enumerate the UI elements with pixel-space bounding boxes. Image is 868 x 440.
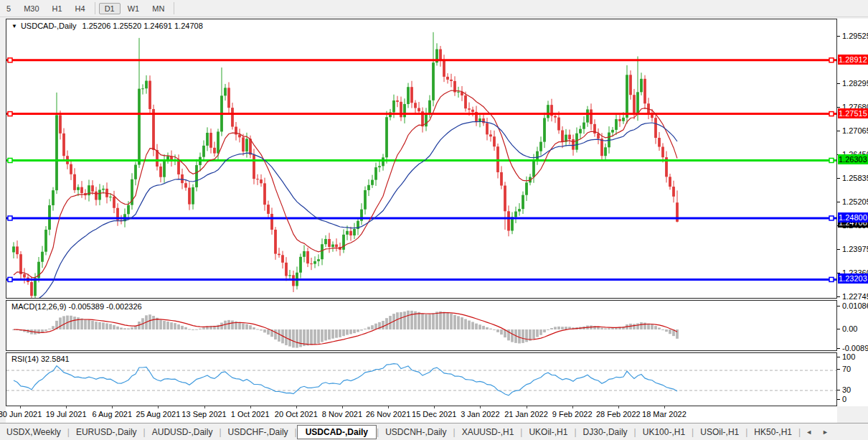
chart-tab-ukoil-h1[interactable]: UKOil-,H1: [522, 425, 574, 439]
rsi-tick-label: 100: [842, 352, 855, 361]
date-tick-mark: [572, 406, 573, 408]
macd-tick-label: 0.010869: [842, 301, 868, 310]
chart-tab-usdchf-daily[interactable]: USDCHF-,Daily: [222, 425, 295, 439]
main-price-chart-panel[interactable]: ▼USDCAD-,Daily1.25206 1.25520 1.24691 1.…: [6, 19, 837, 299]
chart-symbol-label: USDCAD-,Daily: [21, 22, 77, 30]
rsi-value: 32.5841: [41, 355, 70, 363]
level-price-badge: 1.26303: [838, 154, 868, 164]
price-tick-mark: [837, 296, 840, 297]
date-tick-label: 26 Nov 2021: [366, 410, 410, 418]
date-tick-mark: [434, 406, 435, 408]
date-tick-mark: [204, 406, 205, 408]
price-tick-label: 1.25835: [842, 174, 868, 182]
macd-label: MACD(12,26,9) -0.005389 -0.002326: [11, 302, 142, 311]
date-tick-label: 20 Oct 2021: [275, 410, 318, 418]
price-tick-mark: [837, 178, 840, 179]
rsi-chart[interactable]: [6, 353, 836, 406]
macd-indicator-panel[interactable]: MACD(12,26,9) -0.005389 -0.002326: [6, 300, 837, 351]
level-price-badge: 1.24800: [838, 212, 868, 223]
chart-tab-hk50-h1[interactable]: HK50-,H1: [747, 425, 798, 439]
chart-tab-xauusd-h1[interactable]: XAUUSD-,H1: [456, 425, 521, 439]
chart-tab-audusd-daily[interactable]: AUDUSD-,Daily: [146, 425, 220, 439]
date-tick-mark: [342, 406, 343, 408]
date-tick-mark: [480, 406, 481, 408]
date-tick-mark: [66, 406, 67, 408]
timeframe-button-mn[interactable]: MN: [146, 3, 170, 14]
date-tick-mark: [20, 406, 21, 408]
chart-tab-eurusd-daily[interactable]: EURUSD-,Daily: [70, 425, 143, 439]
macd-name: MACD(12,26,9): [11, 302, 66, 311]
macd-tick-mark: [837, 348, 840, 349]
date-tick-label: 25 Aug 2021: [136, 410, 181, 418]
date-tick-label: 19 Jul 2021: [46, 410, 87, 418]
date-tick-mark: [664, 406, 665, 408]
date-tick-label: 18 Mar 2022: [642, 410, 687, 418]
price-tick-mark: [837, 36, 840, 37]
timeframe-button-d1[interactable]: D1: [99, 3, 121, 14]
level-price-badge: 1.28912: [838, 55, 868, 65]
rsi-label: RSI(14) 32.5841: [11, 355, 70, 363]
macd-tick-label: 0.00: [842, 324, 857, 333]
date-tick-mark: [112, 406, 113, 408]
chart-tab-usdcnh-daily[interactable]: USDCNH-,Daily: [379, 425, 453, 439]
timeframe-button-h1[interactable]: H1: [47, 3, 68, 14]
date-tick-label: 30 Jun 2021: [0, 410, 42, 418]
candlestick-chart[interactable]: [6, 19, 836, 298]
timeframe-toolbar: 5M30H1H4D1W1MN: [0, 0, 868, 17]
price-tick-mark: [837, 83, 840, 84]
timeframe-button-5[interactable]: 5: [1, 3, 16, 14]
macd-tick-label: -0.008974: [842, 344, 868, 352]
price-tick-label: 1.28295: [842, 79, 868, 88]
level-price-badge: 1.27515: [838, 108, 868, 118]
price-tick-mark: [837, 202, 840, 202]
timeframe-button-m30[interactable]: M30: [18, 3, 44, 14]
price-tick-label: 1.25205: [842, 197, 868, 206]
chart-tab-usdcad-daily[interactable]: USDCAD-,Daily: [297, 425, 377, 439]
chart-ohlc-values: 1.25206 1.25520 1.24691 1.24708: [82, 22, 203, 30]
chart-tab-dj30-daily[interactable]: DJ30-,Daily: [577, 425, 634, 439]
date-tick-label: 3 Jan 2022: [461, 410, 499, 418]
price-axis: 1.295251.282951.276801.270651.264501.258…: [837, 19, 868, 406]
rsi-indicator-panel[interactable]: RSI(14) 32.5841: [6, 352, 837, 406]
chart-tab-uk100-h1[interactable]: UK100-,H1: [636, 425, 692, 439]
date-tick-label: 1 Oct 2021: [231, 410, 270, 418]
date-tick-label: 8 Nov 2021: [322, 410, 362, 418]
rsi-tick-mark: [837, 369, 840, 370]
date-tick-mark: [158, 406, 159, 408]
chart-tab-bar: USDX,Weekly|EURUSD-,Daily|AUDUSD-,Daily|…: [0, 423, 868, 440]
toolbar-separator: [95, 2, 95, 14]
date-tick-mark: [388, 406, 389, 408]
chart-tab-usoil-h1[interactable]: USOil-,H1: [694, 425, 745, 439]
date-tick-mark: [618, 406, 619, 408]
rsi-tick-mark: [837, 357, 840, 357]
level-price-badge: 1.23203: [838, 273, 868, 284]
rsi-tick-label: 30: [842, 385, 851, 394]
macd-tick-mark: [837, 329, 840, 329]
date-tick-label: 13 Sep 2021: [181, 410, 226, 418]
date-tick-label: 21 Jan 2022: [504, 410, 548, 418]
chart-tab-usdx-weekly[interactable]: USDX,Weekly: [0, 425, 67, 439]
trading-terminal: 5M30H1H4D1W1MN ▼USDCAD-,Daily1.25206 1.2…: [0, 0, 868, 440]
rsi-name: RSI(14): [11, 355, 39, 363]
timeframe-button-w1[interactable]: W1: [122, 3, 146, 14]
symbol-dropdown-icon[interactable]: ▼: [11, 23, 17, 29]
date-tick-mark: [296, 406, 297, 408]
date-tick-mark: [527, 406, 527, 408]
date-tick-label: 9 Feb 2022: [552, 410, 593, 418]
price-tick-label: 1.27065: [842, 126, 868, 135]
price-tick-label: 1.29525: [842, 32, 868, 40]
price-tick-mark: [837, 131, 840, 131]
macd-tick-mark: [837, 306, 840, 306]
date-tick-label: 6 Aug 2021: [92, 410, 132, 418]
tab-scroll-right-icon[interactable]: ►: [817, 429, 834, 436]
date-tick-mark: [250, 406, 251, 408]
date-tick-label: 15 Dec 2021: [412, 410, 456, 418]
price-tick-label: 1.23975: [842, 245, 868, 253]
rsi-tick-label: 70: [842, 365, 851, 373]
chart-title: ▼USDCAD-,Daily1.25206 1.25520 1.24691 1.…: [11, 22, 203, 30]
date-axis: 30 Jun 202119 Jul 20216 Aug 202125 Aug 2…: [6, 406, 837, 423]
date-tick-label: 28 Feb 2022: [596, 410, 641, 418]
timeframe-button-h4[interactable]: H4: [70, 3, 91, 14]
tab-scroll-left-icon[interactable]: ◄: [801, 429, 817, 436]
rsi-tick-mark: [837, 399, 840, 400]
